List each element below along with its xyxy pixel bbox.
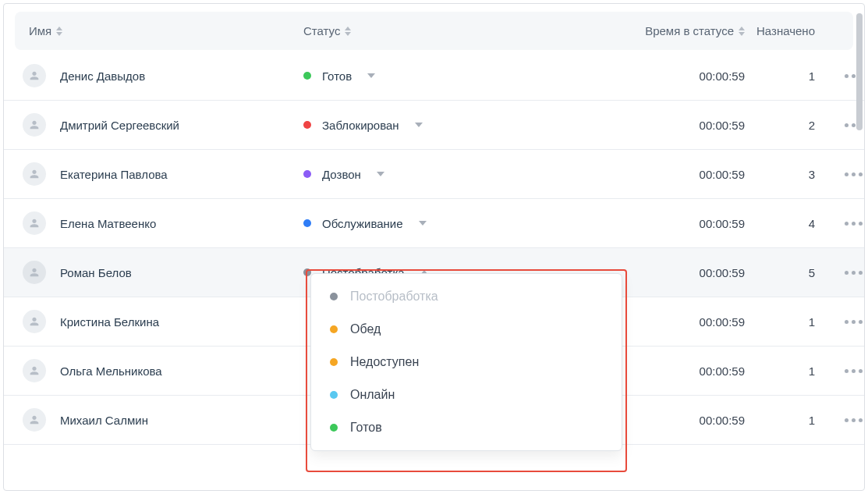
- column-header-name[interactable]: Имя: [15, 12, 296, 50]
- name-cell: Екатерина Павлова: [15, 150, 296, 198]
- status-option-label: Постобработка: [350, 290, 438, 304]
- avatar: [23, 310, 46, 333]
- column-header-status-label: Статус: [303, 24, 340, 37]
- row-actions-button[interactable]: [834, 258, 865, 287]
- agents-table-frame: Имя Статус Время в статусе: [3, 3, 865, 491]
- status-dot-icon: [303, 72, 311, 80]
- assigned-count: 2: [748, 106, 834, 144]
- assigned-count: 1: [748, 401, 834, 439]
- more-icon: [845, 271, 863, 275]
- sort-icon: [739, 27, 745, 36]
- sort-icon: [345, 27, 351, 36]
- name-cell: Дмитрий Сергеевский: [15, 101, 296, 149]
- status-option-lunch[interactable]: Обед: [311, 313, 622, 346]
- assigned-count: 3: [748, 155, 834, 194]
- status-dropdown[interactable]: ПостобработкаОбедНедоступенОнлайнГотов: [310, 273, 622, 451]
- status-label: Обслуживание: [322, 217, 403, 230]
- status-option-label: Готов: [350, 421, 382, 435]
- more-icon: [845, 172, 863, 176]
- table-row: Дмитрий СергеевскийЗаблокирован00:00:592: [4, 101, 864, 150]
- status-selector[interactable]: Готов: [296, 57, 600, 95]
- time-in-status: 00:00:59: [600, 204, 748, 243]
- assigned-count: 4: [748, 204, 834, 243]
- status-label: Дозвон: [322, 168, 361, 181]
- table-header: Имя Статус Время в статусе: [15, 12, 853, 50]
- time-in-status: 00:00:59: [600, 106, 748, 144]
- status-option-postprocessing: Постобработка: [311, 280, 622, 313]
- agent-name: Ольга Мельникова: [60, 364, 162, 378]
- scrollbar-thumb[interactable]: [856, 13, 863, 130]
- avatar: [23, 211, 46, 235]
- row-actions-button[interactable]: [834, 160, 865, 189]
- more-icon: [845, 369, 863, 373]
- agent-name: Роман Белов: [60, 266, 132, 279]
- status-option-label: Недоступен: [350, 355, 419, 369]
- status-option-unavailable[interactable]: Недоступен: [311, 346, 622, 378]
- name-cell: Михаил Салмин: [15, 396, 296, 444]
- column-header-time-label: Время в статусе: [645, 24, 734, 37]
- status-dot-icon: [303, 268, 311, 276]
- agent-name: Денис Давыдов: [60, 69, 145, 83]
- status-dot-icon: [303, 170, 311, 178]
- status-dot-icon: [330, 424, 338, 432]
- column-header-status[interactable]: Статус: [296, 12, 600, 50]
- table-row: Денис ДавыдовГотов00:00:591: [4, 52, 864, 101]
- avatar: [23, 359, 46, 382]
- status-selector[interactable]: Обслуживание: [296, 204, 600, 243]
- name-cell: Денис Давыдов: [15, 52, 296, 100]
- status-dot-icon: [330, 293, 338, 300]
- row-actions-button[interactable]: [834, 357, 865, 386]
- row-actions-button[interactable]: [834, 307, 865, 336]
- assigned-count: 1: [748, 352, 834, 390]
- avatar: [23, 162, 46, 186]
- assigned-count: 5: [748, 254, 834, 292]
- column-header-assigned: Назначено: [748, 12, 834, 50]
- avatar: [23, 113, 46, 137]
- column-header-name-label: Имя: [29, 24, 51, 37]
- agent-name: Елена Матвеенко: [60, 217, 156, 230]
- status-label: Заблокирован: [322, 119, 399, 132]
- name-cell: Ольга Мельникова: [15, 347, 296, 395]
- assigned-count: 1: [748, 57, 834, 95]
- column-header-assigned-label: Назначено: [756, 24, 815, 37]
- column-header-time[interactable]: Время в статусе: [600, 12, 748, 50]
- status-dot-icon: [330, 391, 338, 399]
- name-cell: Роман Белов: [15, 248, 296, 297]
- status-dot-icon: [330, 358, 338, 366]
- more-icon: [845, 222, 863, 226]
- agent-name: Дмитрий Сергеевский: [60, 119, 179, 132]
- status-selector[interactable]: Заблокирован: [296, 106, 600, 144]
- chevron-down-icon: [377, 172, 384, 176]
- chevron-down-icon: [367, 73, 375, 78]
- row-actions-button[interactable]: [834, 209, 865, 238]
- status-dot-icon: [303, 121, 311, 129]
- table-row: Екатерина ПавловаДозвон00:00:593: [4, 150, 864, 199]
- more-icon: [845, 418, 863, 422]
- time-in-status: 00:00:59: [600, 155, 748, 194]
- avatar: [23, 261, 46, 284]
- status-dot-icon: [303, 219, 311, 227]
- agent-name: Екатерина Павлова: [60, 168, 168, 181]
- time-in-status: 00:00:59: [600, 57, 748, 95]
- status-option-ready[interactable]: Готов: [311, 411, 622, 444]
- status-option-online[interactable]: Онлайн: [311, 378, 622, 411]
- sort-icon: [56, 27, 62, 36]
- assigned-count: 1: [748, 303, 834, 341]
- status-option-label: Онлайн: [350, 388, 395, 402]
- more-icon: [845, 320, 863, 324]
- chevron-down-icon: [419, 221, 427, 226]
- agent-name: Михаил Салмин: [60, 414, 148, 427]
- agent-name: Кристина Белкина: [60, 315, 159, 329]
- avatar: [23, 408, 46, 432]
- table-row: Елена МатвеенкоОбслуживание00:00:594: [4, 199, 864, 248]
- status-option-label: Обед: [350, 322, 381, 336]
- row-actions-button[interactable]: [834, 406, 865, 435]
- status-selector[interactable]: Дозвон: [296, 155, 600, 194]
- avatar: [23, 64, 46, 87]
- status-dot-icon: [330, 325, 338, 333]
- name-cell: Кристина Белкина: [15, 297, 296, 346]
- name-cell: Елена Матвеенко: [15, 199, 296, 247]
- status-label: Готов: [322, 69, 352, 83]
- chevron-down-icon: [415, 123, 423, 127]
